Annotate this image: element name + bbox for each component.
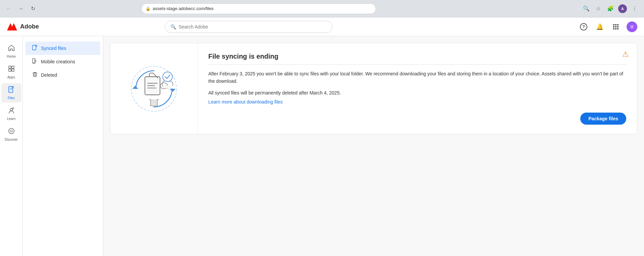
app-wrapper: Adobe 🔍 ? 🔔 bbox=[0, 17, 644, 256]
banner-actions: Package files bbox=[208, 105, 626, 125]
svg-marker-17 bbox=[132, 86, 138, 89]
apps-button[interactable] bbox=[610, 21, 621, 32]
sidebar-mobile-creations[interactable]: Mobile creations bbox=[25, 55, 100, 68]
search-input[interactable] bbox=[179, 24, 327, 29]
address-bar: 🔒 bbox=[141, 3, 376, 14]
help-icon: ? bbox=[580, 23, 587, 30]
svg-marker-18 bbox=[169, 89, 175, 92]
svg-rect-22 bbox=[147, 87, 156, 88]
forward-button[interactable]: → bbox=[16, 4, 25, 13]
bell-icon: 🔔 bbox=[596, 23, 603, 30]
home-icon bbox=[8, 44, 15, 53]
svg-point-12 bbox=[10, 130, 12, 132]
sidebar-item-apps[interactable]: Apps bbox=[1, 62, 21, 82]
browser-avatar: A bbox=[618, 4, 627, 13]
warning-icon: ⚠ bbox=[622, 50, 629, 59]
synced-files-label: Synced files bbox=[41, 46, 66, 51]
sidebar-synced-files[interactable]: Synced files bbox=[25, 42, 100, 55]
banner-content: ⚠ File syncing is ending After February … bbox=[198, 43, 637, 134]
mobile-creations-label: Mobile creations bbox=[41, 59, 75, 64]
reload-button[interactable]: ↻ bbox=[28, 4, 38, 13]
sidebar-item-files[interactable]: Files bbox=[1, 83, 21, 103]
adobe-logo[interactable]: Adobe bbox=[7, 23, 39, 30]
svg-rect-28 bbox=[163, 86, 173, 88]
extensions-button[interactable]: 🧩 bbox=[605, 3, 616, 14]
bookmark-button[interactable]: ☆ bbox=[593, 3, 604, 14]
help-button[interactable]: ? bbox=[578, 21, 589, 32]
learn-more-link[interactable]: Learn more about downloading files bbox=[208, 99, 283, 105]
banner-main-text: After February 3, 2025 you won't be able… bbox=[208, 70, 626, 85]
svg-rect-8 bbox=[12, 86, 13, 88]
svg-rect-14 bbox=[36, 45, 37, 47]
header-actions: ? 🔔 U bbox=[578, 21, 637, 32]
svg-rect-3 bbox=[9, 66, 11, 68]
header-search-bar: 🔍 bbox=[165, 21, 332, 33]
banner-divider bbox=[208, 64, 626, 65]
banner-secondary-text: All synced files will be permanently del… bbox=[208, 89, 626, 97]
apps-icon bbox=[8, 65, 15, 74]
svg-rect-5 bbox=[9, 69, 11, 71]
search-icon: 🔍 bbox=[170, 24, 176, 29]
banner-title: File syncing is ending bbox=[208, 53, 626, 60]
sidebar-item-discover[interactable]: Discover bbox=[1, 125, 21, 144]
synced-files-icon bbox=[32, 45, 38, 52]
package-files-button[interactable]: Package files bbox=[580, 113, 626, 125]
svg-rect-21 bbox=[147, 85, 155, 86]
deleted-label: Deleted bbox=[41, 72, 57, 78]
sidebar: Synced files Mobile creations bbox=[23, 36, 103, 256]
svg-rect-6 bbox=[12, 69, 14, 71]
content-area: ⚠ File syncing is ending After February … bbox=[103, 36, 644, 256]
browser-actions: 🔍 ☆ 🧩 A ⋮ bbox=[581, 3, 640, 14]
sidebar-deleted[interactable]: Deleted bbox=[25, 68, 100, 82]
mobile-creations-icon bbox=[32, 58, 38, 65]
svg-point-9 bbox=[10, 109, 12, 111]
top-header: Adobe 🔍 ? 🔔 bbox=[0, 17, 644, 36]
avatar-initials: U bbox=[631, 24, 634, 29]
menu-button[interactable]: ⋮ bbox=[629, 3, 640, 14]
secure-icon: 🔒 bbox=[146, 6, 151, 11]
learn-icon bbox=[8, 107, 15, 116]
url-input[interactable] bbox=[153, 6, 372, 11]
file-sync-illustration bbox=[124, 59, 184, 119]
sidebar-item-learn[interactable]: Learn bbox=[1, 104, 21, 123]
user-avatar[interactable]: U bbox=[627, 21, 637, 32]
left-nav: Home Apps bbox=[0, 36, 23, 256]
svg-rect-20 bbox=[147, 83, 158, 84]
svg-point-11 bbox=[9, 128, 14, 134]
discover-icon bbox=[8, 127, 15, 136]
sidebar-item-home[interactable]: Home bbox=[1, 42, 21, 61]
notifications-button[interactable]: 🔔 bbox=[594, 21, 605, 32]
svg-rect-4 bbox=[12, 66, 14, 68]
apps-grid-icon bbox=[613, 24, 619, 29]
svg-point-10 bbox=[12, 108, 14, 109]
adobe-logo-icon bbox=[7, 23, 17, 30]
browser-chrome: ← → ↻ 🔒 🔍 ☆ 🧩 A ⋮ bbox=[0, 0, 644, 17]
notification-banner: ⚠ File syncing is ending After February … bbox=[110, 43, 637, 134]
back-button[interactable]: ← bbox=[4, 4, 13, 13]
adobe-wordmark: Adobe bbox=[20, 23, 39, 30]
files-icon bbox=[8, 86, 15, 95]
zoom-button[interactable]: 🔍 bbox=[581, 3, 592, 14]
deleted-icon bbox=[32, 72, 38, 78]
profile-button[interactable]: A bbox=[617, 3, 628, 14]
svg-point-29 bbox=[163, 72, 172, 81]
main-area: Home Apps bbox=[0, 36, 644, 256]
banner-illustration bbox=[110, 43, 198, 134]
